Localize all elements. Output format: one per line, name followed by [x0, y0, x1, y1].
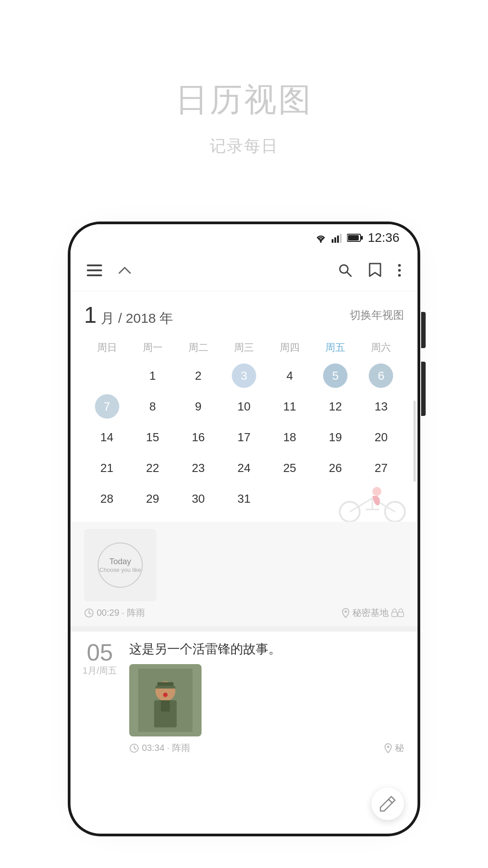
svg-rect-9 [87, 269, 102, 271]
phone-mockup: 12:36 [68, 222, 420, 836]
day-cell-19[interactable]: 19 [313, 423, 358, 451]
svg-rect-28 [398, 612, 404, 617]
app-subtitle: 记录每日 [210, 135, 278, 157]
diary-entry-1: Today Choose you like [70, 522, 418, 626]
day-cell-27[interactable]: 27 [358, 454, 404, 482]
wifi-icon [314, 233, 327, 243]
day-cell-9[interactable]: 9 [175, 392, 221, 420]
scrollbar[interactable] [413, 401, 416, 482]
sticker-sub-text: Choose you like [99, 566, 141, 573]
day-cell-8[interactable]: 8 [130, 392, 175, 420]
diary-entry-2: 05 1月/周五 这是另一个活雷锋的故事。 [70, 632, 418, 763]
day-cell-10[interactable]: 10 [221, 392, 267, 420]
more-icon[interactable] [398, 264, 401, 279]
day-cell-empty6 [313, 485, 358, 513]
day-cell-18[interactable]: 18 [267, 423, 313, 451]
day-cell-17[interactable]: 17 [221, 423, 267, 451]
weekday-thu: 周四 [267, 337, 313, 358]
svg-point-0 [320, 241, 322, 243]
day-cell-7[interactable]: 7 [84, 392, 130, 420]
collapse-icon[interactable] [118, 266, 131, 277]
entry-separator [70, 626, 418, 632]
entry-2-day-label: 1月/周五 [80, 664, 120, 677]
day-cell-14[interactable]: 14 [84, 423, 130, 451]
day-cell-20[interactable]: 20 [358, 423, 404, 451]
calendar-grid: 周日 周一 周二 周三 周四 周五 周六 1 2 3 [84, 337, 404, 513]
weekday-sat: 周六 [358, 337, 404, 358]
day-cell-empty1 [84, 362, 130, 390]
svg-rect-33 [155, 686, 175, 689]
weekday-fri: 周五 [313, 337, 358, 358]
svg-rect-1 [332, 239, 333, 243]
day-cell-25[interactable]: 25 [267, 454, 313, 482]
day-cell-5[interactable]: 5 [313, 362, 358, 390]
weekday-wed: 周三 [221, 337, 267, 358]
day-cell-28[interactable]: 28 [84, 485, 130, 513]
switch-year-button[interactable]: 切换年视图 [350, 308, 404, 322]
entry-2-image [129, 664, 202, 736]
svg-line-38 [134, 748, 136, 749]
day-cell-30[interactable]: 30 [175, 485, 221, 513]
day-cell-31[interactable]: 31 [221, 485, 267, 513]
phone-side-button-1[interactable] [421, 312, 426, 348]
day-cell-21[interactable]: 21 [84, 454, 130, 482]
svg-rect-10 [87, 274, 102, 276]
day-cell-22[interactable]: 22 [130, 454, 175, 482]
day-cell-13[interactable]: 13 [358, 392, 404, 420]
day-cell-16[interactable]: 16 [175, 423, 221, 451]
sticker-circle: Today Choose you like [98, 542, 143, 588]
bookmark-icon[interactable] [369, 263, 381, 280]
weekday-sun: 周日 [84, 337, 130, 358]
header-left [87, 264, 131, 278]
svg-point-39 [387, 745, 389, 748]
bicycle-illustration [332, 482, 413, 523]
svg-point-13 [398, 264, 401, 267]
calendar-weekdays: 周日 周一 周二 周三 周四 周五 周六 [84, 337, 404, 358]
entry-2-footer: 03:34 · 阵雨 秘 [129, 742, 404, 754]
svg-line-12 [347, 272, 351, 276]
day-cell-6[interactable]: 6 [358, 362, 404, 390]
top-section: 日历视图 记录每日 [0, 0, 488, 235]
entry-2-inner: 05 1月/周五 这是另一个活雷锋的故事。 [80, 641, 404, 754]
phone-frame: 12:36 [68, 222, 420, 836]
day-cell-29[interactable]: 29 [130, 485, 175, 513]
clock-icon [84, 608, 94, 618]
calendar-section: 1 月 / 2018 年 切换年视图 周日 周一 周二 周三 周四 周五 周六 [70, 291, 418, 522]
weekday-tue: 周二 [175, 337, 221, 358]
entry-1-content: Today Choose you like [84, 529, 404, 601]
app-title: 日历视图 [175, 78, 313, 122]
entry-2-day-num: 05 [80, 641, 120, 664]
entry-2-title: 这是另一个活雷锋的故事。 [129, 641, 404, 658]
svg-point-26 [345, 610, 347, 613]
svg-point-14 [398, 269, 401, 272]
svg-point-22 [372, 487, 381, 496]
phone-side-button-2[interactable] [421, 362, 426, 416]
day-cell-11[interactable]: 11 [267, 392, 313, 420]
entry-2-time: 03:34 · 阵雨 [129, 742, 190, 754]
entry-1-location-text: 秘密基地 [352, 607, 389, 619]
svg-rect-8 [87, 264, 102, 266]
day-cell-26[interactable]: 26 [313, 454, 358, 482]
day-cell-1[interactable]: 1 [130, 362, 175, 390]
day-cell-23[interactable]: 23 [175, 454, 221, 482]
day-cell-15[interactable]: 15 [130, 423, 175, 451]
svg-rect-2 [334, 237, 336, 243]
month-number: 1 [84, 302, 97, 328]
day-cell-12[interactable]: 12 [313, 392, 358, 420]
svg-rect-7 [348, 235, 359, 241]
calendar-header: 1 月 / 2018 年 切换年视图 [84, 302, 404, 328]
entry-2-location-text: 秘 [395, 742, 404, 754]
menu-icon[interactable] [87, 264, 102, 278]
fab-button[interactable] [371, 788, 404, 820]
svg-rect-27 [392, 612, 397, 617]
day-cell-4[interactable]: 4 [267, 362, 313, 390]
search-icon[interactable] [338, 263, 352, 279]
entry-1-footer: 00:29 · 阵雨 秘密基地 [84, 607, 404, 619]
status-time: 12:36 [368, 231, 399, 245]
diary-section: Today Choose you like [70, 522, 418, 763]
day-cell-3[interactable]: 3 [221, 362, 267, 390]
day-cell-24[interactable]: 24 [221, 454, 267, 482]
day-cell-2[interactable]: 2 [175, 362, 221, 390]
signal-icon [332, 233, 343, 243]
header-right [338, 263, 401, 280]
